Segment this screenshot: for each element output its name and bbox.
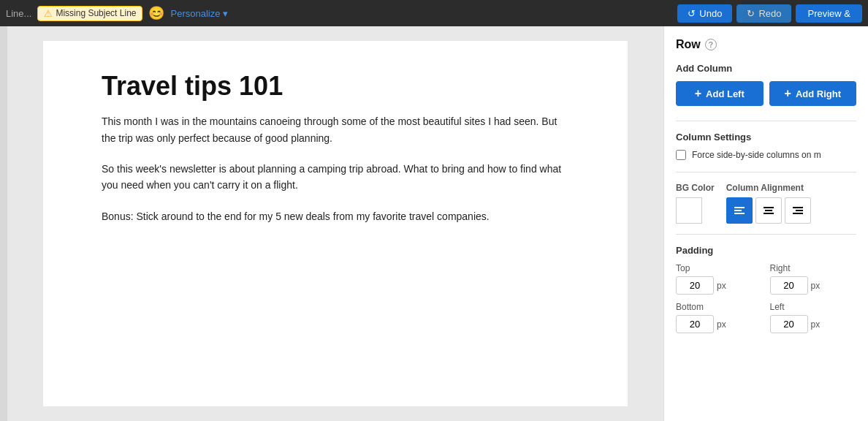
editor-area: Travel tips 101 This month I was in the … [7,26,663,421]
align-center-button[interactable] [755,197,782,224]
padding-bottom-px: px [717,319,726,330]
email-para-3: Bonus: Stick around to the end for my 5 … [102,208,569,224]
padding-top-px: px [717,281,726,291]
svg-rect-8 [793,213,803,214]
toolbar-right: ↺ Undo ↻ Redo Preview & [677,4,862,23]
add-column-label: Add Column [676,63,856,74]
add-left-button[interactable]: + Add Left [676,81,764,106]
padding-left-label: Left [770,302,857,312]
padding-left-input[interactable] [770,315,808,333]
force-columns-label: Force side-by-side columns on m [692,150,821,160]
divider-2 [676,172,856,172]
svg-rect-5 [764,213,774,214]
padding-bottom-field: Bottom px [676,302,763,333]
svg-rect-0 [734,207,745,208]
svg-rect-6 [793,207,803,208]
padding-top-input[interactable] [676,276,714,295]
help-icon[interactable]: ? [705,39,717,50]
email-para-1: This month I was in the mountains canoei… [102,113,569,146]
alignment-buttons [726,197,811,224]
align-right-button[interactable] [785,197,811,224]
bg-color-swatch[interactable] [676,197,702,224]
bg-color-label: BG Color [676,183,715,193]
divider-1 [676,121,856,121]
panel-title: Row ? [676,38,856,51]
padding-top-field: Top px [676,263,763,295]
padding-grid: Top px Right px Bottom px [676,263,856,333]
warning-icon: ⚠ [44,8,53,19]
missing-subject-badge[interactable]: ⚠ Missing Subject Line [37,6,142,21]
email-title: Travel tips 101 [102,70,569,102]
svg-rect-1 [734,210,742,211]
force-side-by-side-row: Force side-by-side columns on m [676,150,856,160]
plus-icon-left: + [695,87,701,100]
alignment-col: Column Alignment [726,183,811,224]
email-para-2: So this week's newsletter is about plann… [102,161,569,194]
emoji-button[interactable]: 😊 [148,7,164,20]
padding-left-px: px [811,319,821,330]
left-sidebar [0,26,7,421]
toolbar: Line... ⚠ Missing Subject Line 😊 Persona… [0,0,868,26]
svg-rect-4 [765,210,772,211]
padding-top-label: Top [676,263,763,273]
bg-color-col: BG Color [676,183,715,224]
padding-right-field: Right px [770,263,857,295]
email-canvas: Travel tips 101 This month I was in the … [43,41,628,406]
bg-alignment-row: BG Color Column Alignment [676,183,856,224]
padding-left-field: Left px [770,302,857,333]
padding-label: Padding [676,245,856,256]
divider-3 [676,234,856,235]
missing-subject-label: Missing Subject Line [56,8,136,18]
redo-icon: ↻ [747,8,755,19]
align-left-button[interactable] [726,197,753,224]
toolbar-left: Line... ⚠ Missing Subject Line 😊 Persona… [6,6,671,21]
svg-rect-3 [764,207,774,208]
add-column-buttons: + Add Left + Add Right [676,81,856,106]
panel-title-text: Row [676,38,701,51]
personalize-button[interactable]: Personalize ▾ [170,8,228,19]
svg-rect-2 [734,213,745,214]
preview-button[interactable]: Preview & [796,4,862,23]
undo-button[interactable]: ↺ Undo [677,4,732,23]
toolbar-line-text: Line... [6,8,31,19]
right-panel: Row ? Add Column + Add Left + Add Right … [663,26,868,421]
padding-right-input[interactable] [770,276,808,295]
undo-icon: ↺ [688,8,696,19]
svg-rect-7 [796,210,803,211]
plus-icon-right: + [785,87,791,100]
padding-right-label: Right [770,263,857,273]
padding-bottom-input[interactable] [676,315,714,333]
redo-button[interactable]: ↻ Redo [736,4,791,23]
force-columns-checkbox[interactable] [676,150,686,160]
column-alignment-label: Column Alignment [726,183,811,193]
add-right-button[interactable]: + Add Right [769,81,857,106]
main-layout: Travel tips 101 This month I was in the … [0,26,868,421]
chevron-down-icon: ▾ [223,8,228,19]
padding-bottom-label: Bottom [676,302,763,312]
padding-right-px: px [811,281,821,291]
column-settings-label: Column Settings [676,132,856,143]
